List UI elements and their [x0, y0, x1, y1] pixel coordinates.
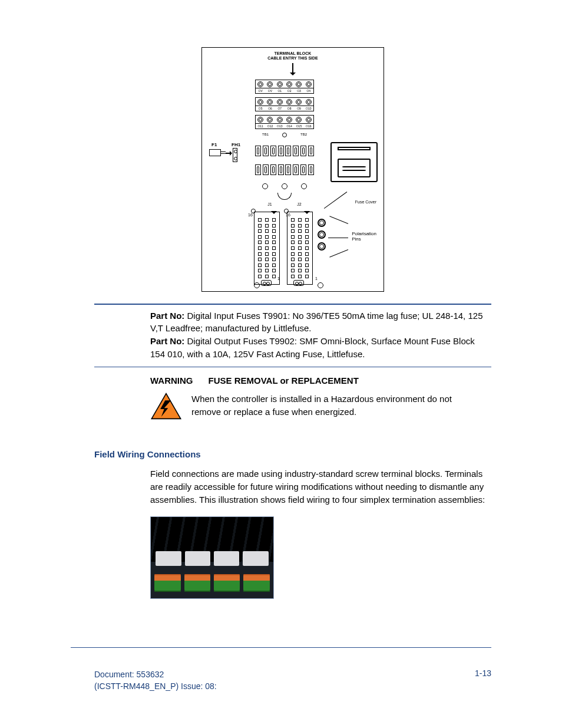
header-row-2 — [255, 164, 314, 175]
pin-1-label: 1 — [277, 276, 280, 281]
fuse-f1-icon — [209, 149, 221, 156]
fh1-label: FH1 — [232, 142, 240, 147]
part-no-label: Part No: — [150, 311, 184, 321]
warning-title: FUSE REMOVAL or REPLACEMENT — [209, 375, 359, 386]
tb2-label: TB2 — [300, 133, 307, 137]
down-arrow-icon — [292, 63, 293, 75]
part-no-1-text: Digital Input Fuses T9901: No 396/TE5 50… — [150, 311, 482, 334]
terminal-row-3: O11 O12 O13 O14 O15 O16 — [255, 115, 314, 129]
fuse-f1-lead-icon — [221, 151, 226, 154]
pin-1-label: 1 — [315, 276, 318, 281]
terminal-label: O7 — [276, 107, 283, 110]
module-diagram-figure: TERMINAL BLOCK CABLE ENTRY THIS SIDE OV … — [94, 47, 491, 292]
section-body-field-wiring: Field connections are made using industr… — [150, 467, 491, 506]
terminal-row-1: OV OV O1 O2 O3 O4 — [255, 80, 314, 94]
circle-icon — [254, 282, 260, 288]
terminal-block-label-line1: TERMINAL BLOCK — [275, 51, 312, 55]
photo-terminal-boards — [154, 574, 270, 592]
photo-tags — [156, 551, 268, 566]
terminal-label: O5 — [257, 107, 264, 110]
triangle-icon — [304, 211, 310, 217]
pin-16-label: 16 — [286, 213, 290, 217]
tb1-label: TB1 — [262, 133, 269, 137]
polarisation-label-line1: Polarisation — [352, 231, 376, 236]
right-arrow-icon — [226, 153, 232, 154]
terminal-row-2: O5 O6 O7 O8 O9 O10 — [255, 97, 314, 111]
j1-label: J1 — [267, 202, 272, 206]
polarisation-pin-icon — [318, 242, 326, 251]
part-no-2-text: Digital Output Fuses T9902: SMF Omni-Blo… — [150, 336, 475, 359]
terminal-label: O2 — [286, 89, 293, 93]
switch-icon — [261, 280, 272, 286]
part-number-2: Part No: Digital Output Fuses T9902: SMF… — [150, 335, 491, 361]
j-labels: J1 J2 — [255, 202, 314, 206]
section-title-field-wiring: Field Wiring Connections — [94, 449, 491, 459]
polarisation-pin-icon — [318, 230, 326, 239]
footer-divider — [71, 647, 491, 648]
header-row-1 — [255, 146, 314, 156]
fuse-cover-module-icon — [330, 142, 378, 182]
fuse-cover-label: Fuse Cover — [355, 200, 376, 204]
terminal-label: O14 — [286, 124, 293, 128]
part-number-1: Part No: Digital Input Fuses T9901: No 3… — [150, 309, 491, 335]
callout-line-icon — [329, 216, 348, 224]
j2-label: J2 — [297, 202, 301, 206]
callout-line-icon — [328, 238, 348, 238]
triangle-icon — [271, 211, 277, 217]
polarisation-pins-label: Polarisation Pins — [352, 232, 376, 242]
callout-line-icon — [329, 249, 348, 258]
callout-line-icon — [324, 192, 347, 209]
divider — [94, 367, 491, 368]
circle-row — [255, 183, 314, 189]
part-no-label: Part No: — [150, 336, 184, 346]
tb-markers: TB1 TB2 — [255, 133, 314, 137]
pin-column-1 — [254, 212, 280, 285]
warning-label: WARNING — [150, 375, 193, 386]
switch-icon — [293, 280, 304, 286]
terminal-label: O8 — [286, 107, 293, 110]
terminal-block-label: TERMINAL BLOCK CABLE ENTRY THIS SIDE — [202, 51, 384, 60]
divider — [94, 304, 491, 305]
footer-document: Document: 553632 — [94, 668, 217, 680]
terminal-label: OV — [257, 89, 264, 93]
terminal-label: O11 — [257, 124, 264, 128]
f1-label: F1 — [211, 142, 217, 147]
terminal-label: O12 — [266, 124, 273, 128]
terminal-label: O9 — [295, 107, 302, 110]
terminal-label: O15 — [295, 124, 302, 128]
terminal-label: O3 — [295, 89, 302, 93]
terminal-label: O1 — [276, 89, 283, 93]
warning-block: WARNING FUSE REMOVAL or REPLACEMENT When… — [150, 375, 491, 420]
module-diagram: TERMINAL BLOCK CABLE ENTRY THIS SIDE OV … — [201, 47, 384, 292]
circle-icon — [282, 133, 287, 137]
warning-triangle-icon — [150, 393, 182, 420]
terminal-label: O16 — [305, 124, 312, 128]
polarisation-label-line2: Pins — [352, 236, 361, 242]
footer-issue: (ICSTT-RM448_EN_P) Issue: 08: — [94, 680, 217, 692]
semicircle-icon — [277, 193, 292, 200]
terminal-label: O10 — [305, 107, 312, 110]
terminal-label: O13 — [276, 124, 283, 128]
footer-page-number: 1-13 — [475, 668, 491, 693]
terminal-label: O6 — [266, 107, 273, 110]
svg-marker-0 — [151, 394, 180, 419]
terminal-label: O4 — [305, 89, 312, 93]
terminal-block-label-line2: CABLE ENTRY THIS SIDE — [267, 56, 318, 60]
polarisation-pin-icon — [318, 219, 326, 227]
circle-icon — [318, 282, 323, 288]
part-number-block: Part No: Digital Input Fuses T9901: No 3… — [94, 309, 491, 361]
pin-column-2 — [287, 212, 313, 285]
terminal-label: OV — [266, 89, 273, 93]
pin-16-label: 16 — [248, 213, 253, 217]
warning-body-text: When the controller is installed in a Ha… — [191, 393, 474, 419]
pin-header-area — [254, 208, 319, 285]
page-footer: Document: 553632 (ICSTT-RM448_EN_P) Issu… — [94, 668, 491, 693]
field-wiring-photo — [150, 516, 274, 599]
